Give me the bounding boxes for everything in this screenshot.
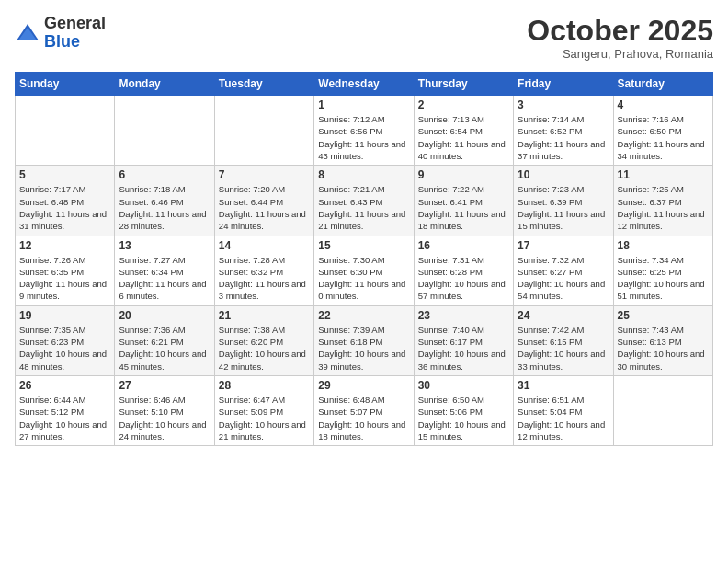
day-info: Sunrise: 6:51 AM Sunset: 5:04 PM Dayligh… <box>518 394 609 442</box>
logo-blue: Blue <box>44 32 80 51</box>
day-info: Sunrise: 7:31 AM Sunset: 6:28 PM Dayligh… <box>418 254 509 303</box>
day-number: 7 <box>219 168 310 181</box>
header-wednesday: Wednesday <box>314 73 414 96</box>
day-number: 19 <box>19 309 110 322</box>
logo-icon <box>15 20 40 46</box>
day-info: Sunrise: 6:44 AM Sunset: 5:12 PM Dayligh… <box>19 394 110 442</box>
calendar-week-row: 26Sunrise: 6:44 AM Sunset: 5:12 PM Dayli… <box>16 375 713 445</box>
header-thursday: Thursday <box>414 73 513 96</box>
logo-text: General Blue <box>44 15 106 52</box>
day-number: 30 <box>418 379 509 392</box>
table-row: 26Sunrise: 6:44 AM Sunset: 5:12 PM Dayli… <box>16 375 115 445</box>
day-info: Sunrise: 7:32 AM Sunset: 6:27 PM Dayligh… <box>518 254 609 303</box>
day-number: 2 <box>418 98 509 111</box>
day-number: 27 <box>119 379 210 392</box>
table-row: 30Sunrise: 6:50 AM Sunset: 5:06 PM Dayli… <box>414 375 513 445</box>
day-number: 29 <box>318 379 409 392</box>
day-info: Sunrise: 6:48 AM Sunset: 5:07 PM Dayligh… <box>318 394 409 442</box>
day-info: Sunrise: 7:14 AM Sunset: 6:52 PM Dayligh… <box>518 113 609 162</box>
table-row: 18Sunrise: 7:34 AM Sunset: 6:25 PM Dayli… <box>613 236 712 305</box>
header-monday: Monday <box>115 73 214 96</box>
table-row <box>115 96 214 166</box>
day-number: 31 <box>518 379 609 392</box>
day-number: 8 <box>318 168 409 181</box>
day-info: Sunrise: 7:42 AM Sunset: 6:15 PM Dayligh… <box>518 324 609 373</box>
day-info: Sunrise: 6:50 AM Sunset: 5:06 PM Dayligh… <box>418 394 509 442</box>
day-info: Sunrise: 6:47 AM Sunset: 5:09 PM Dayligh… <box>219 394 310 442</box>
calendar-week-row: 5Sunrise: 7:17 AM Sunset: 6:48 PM Daylig… <box>16 166 713 236</box>
day-number: 13 <box>119 239 210 252</box>
day-info: Sunrise: 7:27 AM Sunset: 6:34 PM Dayligh… <box>119 254 210 303</box>
day-info: Sunrise: 7:13 AM Sunset: 6:54 PM Dayligh… <box>418 113 509 162</box>
day-info: Sunrise: 7:21 AM Sunset: 6:43 PM Dayligh… <box>318 183 409 232</box>
calendar: Sunday Monday Tuesday Wednesday Thursday… <box>15 72 713 446</box>
table-row: 24Sunrise: 7:42 AM Sunset: 6:15 PM Dayli… <box>514 305 613 375</box>
day-number: 25 <box>618 309 709 322</box>
day-number: 20 <box>119 309 210 322</box>
table-row: 15Sunrise: 7:30 AM Sunset: 6:30 PM Dayli… <box>314 236 414 305</box>
table-row: 10Sunrise: 7:23 AM Sunset: 6:39 PM Dayli… <box>514 166 613 236</box>
day-info: Sunrise: 7:22 AM Sunset: 6:41 PM Dayligh… <box>418 183 509 232</box>
day-number: 12 <box>19 239 110 252</box>
day-number: 10 <box>518 168 609 181</box>
table-row: 29Sunrise: 6:48 AM Sunset: 5:07 PM Dayli… <box>314 375 414 445</box>
day-number: 9 <box>418 168 509 181</box>
title-block: October 2025 Sangeru, Prahova, Romania <box>527 15 713 61</box>
day-number: 21 <box>219 309 310 322</box>
day-info: Sunrise: 7:26 AM Sunset: 6:35 PM Dayligh… <box>19 254 110 303</box>
table-row: 23Sunrise: 7:40 AM Sunset: 6:17 PM Dayli… <box>414 305 513 375</box>
calendar-week-row: 1Sunrise: 7:12 AM Sunset: 6:56 PM Daylig… <box>16 96 713 166</box>
table-row: 13Sunrise: 7:27 AM Sunset: 6:34 PM Dayli… <box>115 236 214 305</box>
table-row: 3Sunrise: 7:14 AM Sunset: 6:52 PM Daylig… <box>514 96 613 166</box>
table-row: 5Sunrise: 7:17 AM Sunset: 6:48 PM Daylig… <box>16 166 115 236</box>
table-row <box>214 96 313 166</box>
day-number: 4 <box>618 98 709 111</box>
day-number: 6 <box>119 168 210 181</box>
table-row: 28Sunrise: 6:47 AM Sunset: 5:09 PM Dayli… <box>214 375 313 445</box>
day-number: 3 <box>518 98 609 111</box>
table-row <box>16 96 115 166</box>
header-friday: Friday <box>514 73 613 96</box>
table-row: 25Sunrise: 7:43 AM Sunset: 6:13 PM Dayli… <box>613 305 712 375</box>
table-row: 31Sunrise: 6:51 AM Sunset: 5:04 PM Dayli… <box>514 375 613 445</box>
day-info: Sunrise: 7:25 AM Sunset: 6:37 PM Dayligh… <box>618 183 709 232</box>
day-number: 28 <box>219 379 310 392</box>
header-sunday: Sunday <box>16 73 115 96</box>
logo: General Blue <box>15 15 106 52</box>
header-tuesday: Tuesday <box>214 73 313 96</box>
table-row: 19Sunrise: 7:35 AM Sunset: 6:23 PM Dayli… <box>16 305 115 375</box>
table-row: 6Sunrise: 7:18 AM Sunset: 6:46 PM Daylig… <box>115 166 214 236</box>
table-row: 11Sunrise: 7:25 AM Sunset: 6:37 PM Dayli… <box>613 166 712 236</box>
table-row: 2Sunrise: 7:13 AM Sunset: 6:54 PM Daylig… <box>414 96 513 166</box>
table-row: 17Sunrise: 7:32 AM Sunset: 6:27 PM Dayli… <box>514 236 613 305</box>
day-info: Sunrise: 7:40 AM Sunset: 6:17 PM Dayligh… <box>418 324 509 373</box>
month-title: October 2025 <box>527 15 713 47</box>
day-info: Sunrise: 7:35 AM Sunset: 6:23 PM Dayligh… <box>19 324 110 373</box>
day-number: 5 <box>19 168 110 181</box>
day-number: 17 <box>518 239 609 252</box>
day-info: Sunrise: 7:20 AM Sunset: 6:44 PM Dayligh… <box>219 183 310 232</box>
day-number: 23 <box>418 309 509 322</box>
day-info: Sunrise: 7:18 AM Sunset: 6:46 PM Dayligh… <box>119 183 210 232</box>
day-info: Sunrise: 7:34 AM Sunset: 6:25 PM Dayligh… <box>618 254 709 303</box>
table-row: 12Sunrise: 7:26 AM Sunset: 6:35 PM Dayli… <box>16 236 115 305</box>
day-info: Sunrise: 6:46 AM Sunset: 5:10 PM Dayligh… <box>119 394 210 442</box>
day-number: 1 <box>318 98 409 111</box>
header-saturday: Saturday <box>613 73 712 96</box>
table-row: 20Sunrise: 7:36 AM Sunset: 6:21 PM Dayli… <box>115 305 214 375</box>
calendar-week-row: 19Sunrise: 7:35 AM Sunset: 6:23 PM Dayli… <box>16 305 713 375</box>
day-info: Sunrise: 7:28 AM Sunset: 6:32 PM Dayligh… <box>219 254 310 303</box>
day-info: Sunrise: 7:36 AM Sunset: 6:21 PM Dayligh… <box>119 324 210 373</box>
day-info: Sunrise: 7:38 AM Sunset: 6:20 PM Dayligh… <box>219 324 310 373</box>
day-number: 14 <box>219 239 310 252</box>
day-number: 16 <box>418 239 509 252</box>
day-number: 24 <box>518 309 609 322</box>
day-info: Sunrise: 7:17 AM Sunset: 6:48 PM Dayligh… <box>19 183 110 232</box>
table-row: 14Sunrise: 7:28 AM Sunset: 6:32 PM Dayli… <box>214 236 313 305</box>
table-row: 21Sunrise: 7:38 AM Sunset: 6:20 PM Dayli… <box>214 305 313 375</box>
table-row: 8Sunrise: 7:21 AM Sunset: 6:43 PM Daylig… <box>314 166 414 236</box>
header: General Blue October 2025 Sangeru, Praho… <box>15 15 713 61</box>
day-info: Sunrise: 7:16 AM Sunset: 6:50 PM Dayligh… <box>618 113 709 162</box>
day-number: 18 <box>618 239 709 252</box>
table-row: 7Sunrise: 7:20 AM Sunset: 6:44 PM Daylig… <box>214 166 313 236</box>
